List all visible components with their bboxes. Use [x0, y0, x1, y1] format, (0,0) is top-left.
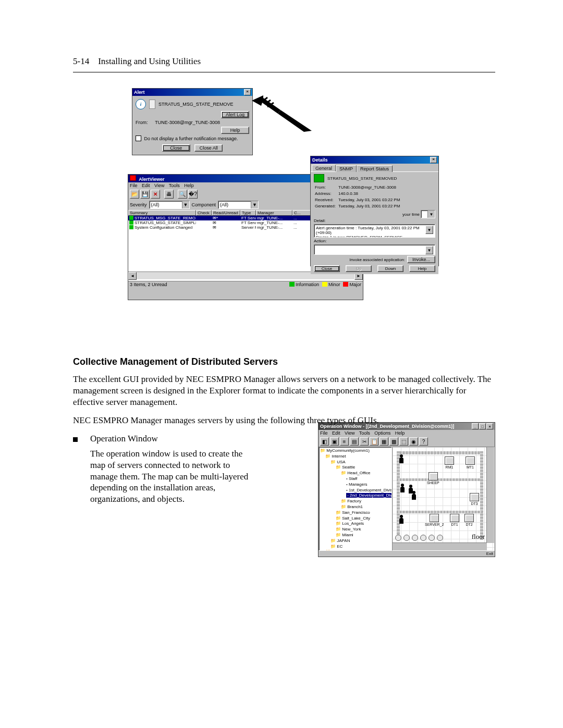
open-icon[interactable]: 📂 [130, 190, 139, 199]
tab-general[interactable]: General [312, 165, 336, 171]
menu-view[interactable]: View [345, 430, 354, 436]
tree-folder[interactable]: New_York [320, 527, 390, 533]
whatsthis-icon[interactable]: �? [188, 190, 198, 199]
message-icon [314, 174, 324, 182]
scroll-down-icon[interactable]: ▼ [425, 246, 433, 254]
close-icon[interactable]: × [244, 89, 251, 95]
tool-icon[interactable]: ▩ [389, 437, 398, 446]
tool-icon[interactable]: ✂ [360, 437, 369, 446]
menu-file[interactable]: File [130, 183, 138, 188]
menu-tools[interactable]: Tools [169, 183, 180, 188]
tree-folder[interactable]: Salt_Lake_City [320, 516, 390, 522]
invoke-button[interactable]: Invoke... [407, 256, 435, 263]
detail-label: Detail: [314, 218, 435, 223]
tool-icon[interactable]: ▣ [330, 437, 339, 446]
tool-icon[interactable]: ⬚ [399, 437, 408, 446]
print-icon[interactable]: 🖶 [164, 190, 174, 199]
tree-folder[interactable]: Internet [320, 454, 390, 460]
col-summary[interactable]: Summary [128, 210, 196, 216]
tree-item[interactable]: 2nd_Development_Division [320, 493, 390, 499]
action-textarea[interactable]: ▼ [314, 244, 435, 255]
menu-options[interactable]: Options [374, 430, 390, 436]
tool-icon[interactable]: 📋 [370, 437, 378, 446]
tool-icon[interactable]: ◧ [320, 437, 329, 446]
tree-folder[interactable]: USA [320, 460, 390, 465]
operation-window: Operation Window - [(2nd_Development_Div… [318, 422, 495, 557]
col-type[interactable]: Type [240, 210, 256, 216]
action-label: Action: [314, 239, 435, 243]
menu-edit[interactable]: Edit [332, 430, 340, 436]
help-button[interactable]: Help [221, 127, 249, 134]
tab-report-status[interactable]: Report Status [357, 165, 393, 172]
minimize-icon[interactable]: _ [472, 423, 479, 429]
severity-combo[interactable]: (All) ▼ [149, 201, 190, 209]
tree-folder[interactable]: Head_Office [320, 471, 390, 476]
tool-icon[interactable]: ≡ [340, 437, 349, 446]
chevron-down-icon[interactable]: ▼ [427, 211, 435, 218]
find-icon[interactable]: 🔍 [178, 190, 187, 199]
close-icon[interactable]: × [486, 423, 493, 429]
tree-folder[interactable]: JAPAN [320, 538, 390, 544]
menu-file[interactable]: File [320, 430, 328, 436]
scrollbar-vertical[interactable] [486, 447, 494, 543]
col-manager[interactable]: Manager [256, 210, 292, 216]
chevron-down-icon[interactable]: ▼ [182, 201, 189, 208]
tree-item[interactable]: Staff [320, 476, 390, 482]
save-icon[interactable]: 💾 [140, 190, 150, 199]
tool-icon[interactable]: ◉ [409, 437, 418, 446]
chevron-down-icon[interactable]: ▼ [251, 201, 258, 208]
tool-icon[interactable]: ? [419, 437, 428, 446]
tree-folder[interactable]: Factory [320, 499, 390, 504]
component-combo[interactable]: (All) ▼ [218, 201, 259, 209]
svg-marker-1 [278, 110, 312, 132]
value-from: TUNE-3008@mgr_TUNE-3008 [338, 185, 401, 190]
menu-edit[interactable]: Edit [142, 183, 150, 188]
yourtime-combo[interactable]: ▼ [421, 210, 435, 218]
alert-log-button[interactable]: Alert Log [221, 111, 249, 118]
col-check[interactable]: Check [196, 210, 212, 216]
tree-item[interactable]: Managers [320, 482, 390, 488]
up-button[interactable]: Up [346, 265, 372, 272]
scroll-left-icon[interactable]: ◄ [128, 272, 137, 280]
help-button[interactable]: Help [409, 265, 435, 272]
close-all-button[interactable]: Close All [194, 144, 223, 152]
tree-folder[interactable]: Los_Angels [320, 521, 390, 527]
close-button[interactable]: Close [162, 144, 190, 152]
scroll-down-icon[interactable]: ▼ [425, 226, 433, 234]
details-title: Details [312, 157, 328, 163]
from-label: From: [136, 120, 154, 125]
section-heading: Collective Management of Distributed Ser… [73, 356, 495, 367]
tree-item[interactable]: 1st_Development_Division [320, 488, 390, 493]
map-node-label: DT3 [471, 502, 478, 505]
menu-bar[interactable]: File Edit View Tools Options Help [319, 430, 495, 436]
tool-icon[interactable]: ▦ [380, 437, 388, 446]
tree-folder[interactable]: Seattle [320, 465, 390, 471]
bullet-icon [73, 437, 78, 442]
tree-folder[interactable]: San_Francisco [320, 510, 390, 516]
menu-tools[interactable]: Tools [359, 430, 370, 436]
from-value: TUNE-3008@mgr_TUNE-3008 [155, 120, 220, 125]
col-read[interactable]: Read/Unread [212, 210, 240, 216]
server-tree[interactable]: MyCommunity(comm1)InternetUSASeattleHead… [319, 447, 392, 551]
down-button[interactable]: Down [377, 265, 403, 272]
tree-folder[interactable]: MyCommunity(comm1) [320, 448, 390, 454]
delete-icon[interactable]: ✕ [151, 190, 160, 199]
close-icon[interactable]: × [430, 157, 437, 163]
suppress-checkbox[interactable] [136, 135, 141, 141]
detail-textarea[interactable]: ▼ Alert generation time : Tuesday, July … [314, 224, 435, 238]
tree-folder[interactable]: Miami [320, 533, 390, 538]
tree-folder[interactable]: Branch1 [320, 504, 390, 510]
tree-folder[interactable]: NetWareServer [320, 549, 390, 551]
person-icon [399, 454, 404, 464]
tool-icon[interactable]: ▤ [350, 437, 359, 446]
map-node-label: SHEEP [427, 481, 439, 485]
floor-map[interactable]: RM1 MT1 SHEEP DT3 SERVER_2 DT1 DT2 floor [392, 447, 495, 551]
menu-help[interactable]: Help [395, 430, 405, 436]
maximize-icon[interactable]: □ [479, 423, 486, 429]
tab-snmp[interactable]: SNMP [336, 165, 357, 172]
menu-help[interactable]: Help [184, 183, 194, 188]
menu-view[interactable]: View [154, 183, 164, 188]
close-button[interactable]: Close [314, 265, 340, 272]
tree-folder[interactable]: EC [320, 544, 390, 550]
scrollbar-horizontal[interactable] [393, 542, 487, 550]
